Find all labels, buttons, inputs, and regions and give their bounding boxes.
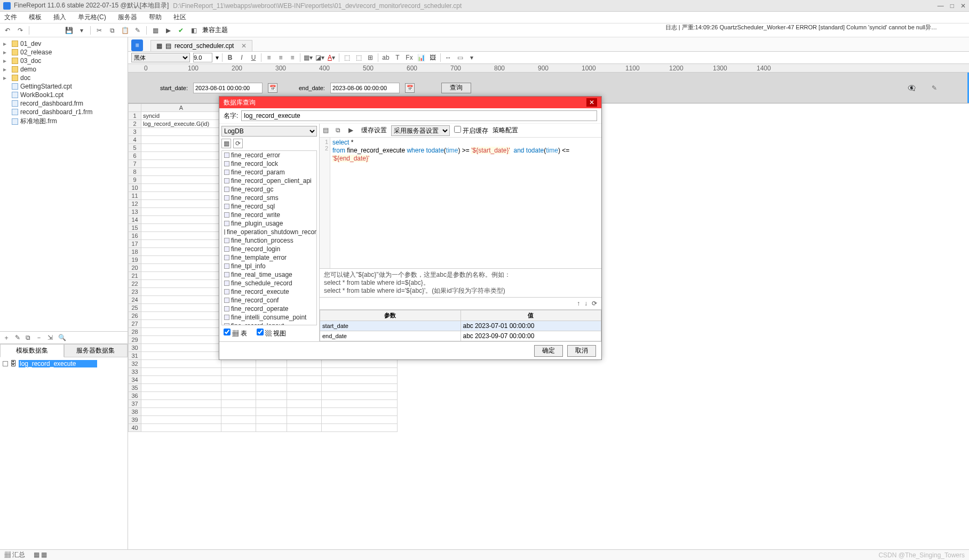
- cell[interactable]: [141, 344, 221, 352]
- save-icon[interactable]: 💾: [65, 26, 73, 35]
- cell[interactable]: [322, 408, 398, 416]
- cell[interactable]: [287, 416, 322, 424]
- cell[interactable]: [141, 336, 221, 344]
- cell[interactable]: [322, 392, 398, 400]
- copy-sql-icon[interactable]: ⧉: [336, 126, 344, 135]
- edit-param-icon[interactable]: ✎: [932, 84, 937, 92]
- cell[interactable]: [141, 232, 221, 240]
- cell[interactable]: [256, 384, 287, 392]
- underline-icon[interactable]: U: [249, 53, 258, 62]
- cell[interactable]: [141, 320, 221, 328]
- table-item[interactable]: fine_record_login: [222, 245, 316, 253]
- param-row[interactable]: start_dateabc 2023-07-01 00:00:00: [320, 321, 601, 331]
- cell[interactable]: [141, 328, 221, 336]
- border-icon[interactable]: ▦▾: [304, 53, 312, 62]
- table-item[interactable]: fine_schedule_record: [222, 279, 316, 287]
- table-item[interactable]: fine_record_gc: [222, 185, 316, 194]
- calendar-icon[interactable]: 📅: [405, 83, 415, 93]
- image-icon[interactable]: 🖼: [428, 53, 437, 62]
- menu-item[interactable]: 文件: [4, 13, 17, 22]
- server-setting-select[interactable]: 采用服务器设置: [391, 125, 450, 136]
- dup-icon[interactable]: ⧉: [26, 334, 30, 341]
- cell[interactable]: [141, 168, 221, 176]
- theme-label[interactable]: 兼容主题: [202, 26, 228, 35]
- tree-item[interactable]: ▸03_doc: [1, 57, 126, 65]
- cell[interactable]: [141, 200, 221, 208]
- brush-icon[interactable]: ✎: [133, 26, 142, 35]
- cell[interactable]: [322, 360, 398, 368]
- cell[interactable]: [221, 416, 256, 424]
- paste-icon[interactable]: 📋: [121, 26, 129, 35]
- tree-item[interactable]: WorkBook1.cpt: [1, 91, 126, 99]
- move-up-icon[interactable]: ↑: [577, 300, 580, 307]
- share-cache-chk[interactable]: 开启缓存: [454, 126, 488, 135]
- run-sql-icon[interactable]: ▶: [348, 126, 357, 135]
- cell[interactable]: [141, 144, 221, 152]
- tab-template-ds[interactable]: 模板数据集: [0, 344, 64, 357]
- cell[interactable]: [322, 368, 398, 376]
- cell[interactable]: [141, 272, 221, 280]
- cell[interactable]: [141, 184, 221, 192]
- table-item[interactable]: fine_template_error: [222, 253, 316, 262]
- check-icon[interactable]: ✔: [177, 26, 185, 35]
- cell[interactable]: [141, 224, 221, 232]
- cell[interactable]: [141, 384, 221, 392]
- cell[interactable]: [141, 424, 221, 432]
- tree-item[interactable]: ▸02_release: [1, 48, 126, 57]
- cell[interactable]: [141, 264, 221, 272]
- save-dropdown-icon[interactable]: ▾: [77, 26, 86, 35]
- table-item[interactable]: fine_real_time_usage: [222, 270, 316, 279]
- style-dropdown-icon[interactable]: ▾: [467, 53, 476, 62]
- cell[interactable]: [141, 240, 221, 248]
- cell[interactable]: [287, 360, 322, 368]
- table-item[interactable]: fine_record_error: [222, 151, 316, 159]
- end-date-input[interactable]: [330, 83, 400, 93]
- table-item[interactable]: fine_record_lock: [222, 159, 316, 168]
- table-item[interactable]: fine_record_write: [222, 211, 316, 219]
- cell[interactable]: [221, 392, 256, 400]
- cell[interactable]: [141, 288, 221, 296]
- run-icon[interactable]: ▶: [164, 26, 172, 35]
- delete-icon[interactable]: －: [36, 333, 42, 342]
- status-icon-a[interactable]: ▦: [34, 551, 39, 558]
- cell[interactable]: [256, 424, 287, 432]
- cut-icon[interactable]: ✂: [95, 26, 104, 35]
- file-tree[interactable]: ▸01_dev▸02_release▸03_doc▸demo▸docGettin…: [0, 37, 128, 331]
- dataset-item[interactable]: 🗄 log_record_execute: [2, 359, 126, 369]
- tree-item[interactable]: ▸01_dev: [1, 39, 126, 48]
- cell[interactable]: [322, 424, 398, 432]
- table-item[interactable]: fine_function_process: [222, 236, 316, 245]
- refresh-params-icon[interactable]: ⟳: [592, 300, 597, 307]
- cell[interactable]: [221, 384, 256, 392]
- cell[interactable]: [141, 352, 221, 360]
- bold-icon[interactable]: B: [226, 53, 234, 62]
- cell[interactable]: [221, 368, 256, 376]
- tab-server-ds[interactable]: 服务器数据集: [64, 344, 128, 357]
- tree-item[interactable]: 标准地图.frm: [1, 116, 126, 126]
- ok-button[interactable]: 确定: [534, 345, 563, 357]
- tree-item[interactable]: GettingStarted.cpt: [1, 82, 126, 91]
- cell[interactable]: [221, 376, 256, 384]
- preview-icon[interactable]: ▦: [151, 26, 160, 35]
- db-select[interactable]: LogDB: [221, 126, 317, 137]
- expand-icon[interactable]: ⇲: [47, 334, 53, 341]
- fill-color-icon[interactable]: ◪▾: [315, 53, 324, 62]
- chart-icon[interactable]: 📊: [417, 53, 425, 62]
- insert-icon[interactable]: ⊞: [366, 53, 375, 62]
- menu-item[interactable]: 服务器: [118, 13, 137, 22]
- cell[interactable]: [322, 416, 398, 424]
- cell[interactable]: log_record_execute.G(id): [141, 120, 221, 128]
- table-list[interactable]: fine_record_errorfine_record_lockfine_re…: [221, 150, 317, 325]
- cell[interactable]: [256, 376, 287, 384]
- text-icon[interactable]: ab: [382, 53, 390, 62]
- chk-table[interactable]: ▦ 表: [224, 329, 247, 338]
- hide-icon[interactable]: 👁‍🗨: [908, 84, 916, 92]
- move-down-icon[interactable]: ↓: [584, 300, 587, 307]
- cell[interactable]: [322, 400, 398, 408]
- table-item[interactable]: fine_record_sql: [222, 202, 316, 211]
- align-center-icon[interactable]: ≡: [276, 53, 285, 62]
- cell[interactable]: [322, 376, 398, 384]
- tree-item[interactable]: record_dashboard.frm: [1, 99, 126, 108]
- menu-item[interactable]: 单元格(C): [78, 13, 106, 22]
- italic-icon[interactable]: I: [237, 53, 246, 62]
